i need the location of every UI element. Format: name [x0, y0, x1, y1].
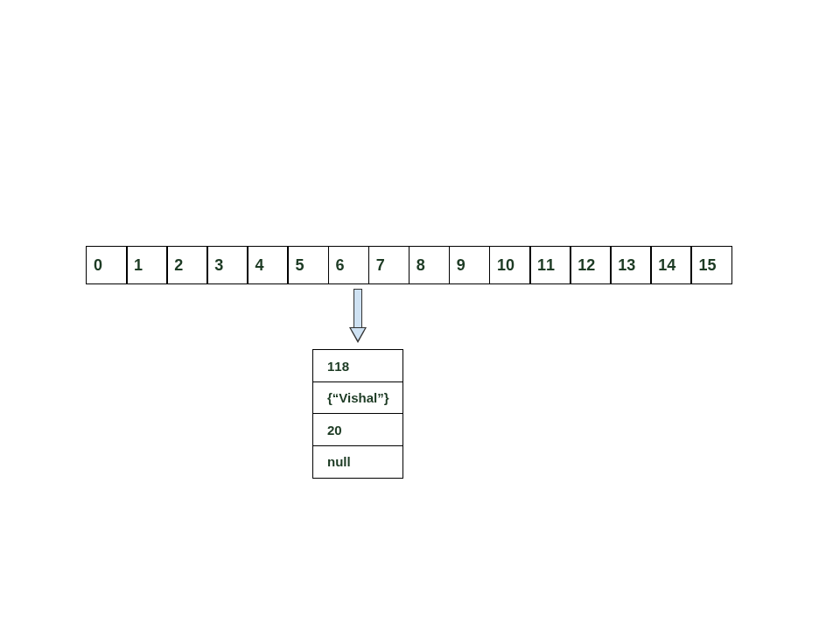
array-cell: 5 [287, 246, 329, 284]
array-cell: 0 [86, 246, 128, 284]
array-cell: 1 [126, 246, 168, 284]
array-cell: 6 [328, 246, 370, 284]
hash-array-row: 0 1 2 3 4 5 6 7 8 9 10 11 12 13 14 15 [86, 246, 732, 284]
array-cell: 3 [206, 246, 248, 284]
array-cell: 9 [449, 246, 491, 284]
array-cell: 14 [650, 246, 692, 284]
array-cell: 2 [166, 246, 208, 284]
arrow-down-icon [349, 289, 367, 343]
array-cell: 15 [690, 246, 732, 284]
array-cell: 4 [247, 246, 289, 284]
node-field: {“Vishal”} [312, 382, 403, 415]
array-cell: 12 [570, 246, 612, 284]
array-cell: 7 [368, 246, 410, 284]
node-field: null [312, 445, 403, 479]
linked-node: 118 {“Vishal”} 20 null [312, 349, 403, 479]
array-cell: 10 [489, 246, 531, 284]
node-field: 118 [312, 349, 403, 382]
array-cell: 8 [409, 246, 451, 284]
array-cell: 11 [529, 246, 571, 284]
node-field: 20 [312, 413, 403, 446]
array-cell: 13 [610, 246, 652, 284]
